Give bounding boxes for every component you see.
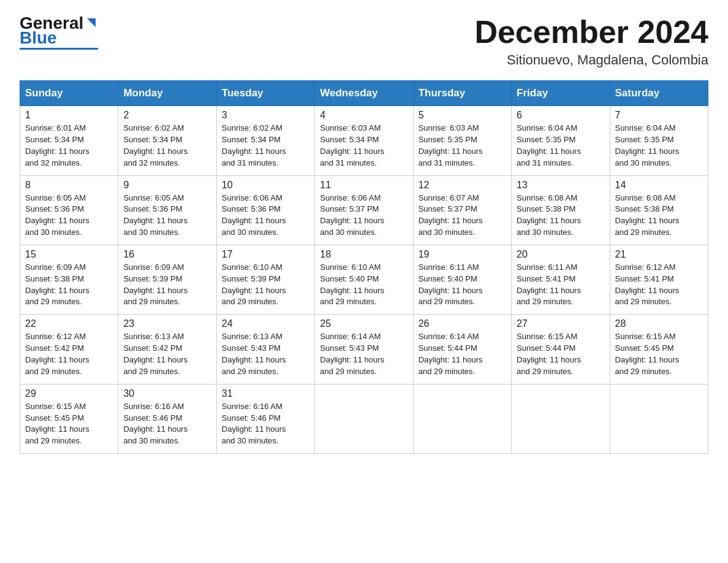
day-info: Sunrise: 6:13 AMSunset: 5:43 PMDaylight:… (222, 332, 286, 376)
day-info: Sunrise: 6:01 AMSunset: 5:34 PMDaylight:… (25, 123, 89, 167)
day-number: 30 (123, 388, 211, 399)
day-number: 8 (25, 180, 113, 191)
calendar-cell: 18 Sunrise: 6:10 AMSunset: 5:40 PMDaylig… (315, 245, 413, 314)
calendar-cell: 11 Sunrise: 6:06 AMSunset: 5:37 PMDaylig… (315, 175, 413, 245)
day-number: 3 (222, 110, 309, 121)
day-number: 31 (222, 388, 309, 399)
calendar-cell: 8 Sunrise: 6:05 AMSunset: 5:36 PMDayligh… (20, 175, 118, 245)
calendar-cell: 6 Sunrise: 6:04 AMSunset: 5:35 PMDayligh… (512, 106, 610, 175)
day-number: 10 (222, 180, 309, 191)
header-day-saturday: Saturday (610, 81, 708, 106)
logo-triangle-icon (85, 16, 98, 29)
header-day-tuesday: Tuesday (216, 81, 314, 106)
calendar-cell (315, 384, 413, 453)
day-number: 6 (517, 110, 604, 121)
header-day-monday: Monday (118, 81, 216, 106)
calendar-cell: 31 Sunrise: 6:16 AMSunset: 5:46 PMDaylig… (216, 384, 314, 453)
week-row-5: 29 Sunrise: 6:15 AMSunset: 5:45 PMDaylig… (20, 384, 708, 453)
header-day-sunday: Sunday (20, 81, 118, 106)
day-number: 18 (320, 249, 408, 260)
calendar-cell: 12 Sunrise: 6:07 AMSunset: 5:37 PMDaylig… (413, 175, 511, 245)
day-number: 22 (25, 318, 113, 329)
day-info: Sunrise: 6:04 AMSunset: 5:35 PMDaylight:… (615, 123, 680, 167)
day-number: 11 (320, 180, 408, 191)
header-day-wednesday: Wednesday (315, 81, 413, 106)
week-row-4: 22 Sunrise: 6:12 AMSunset: 5:42 PMDaylig… (20, 315, 708, 384)
week-row-3: 15 Sunrise: 6:09 AMSunset: 5:38 PMDaylig… (20, 245, 708, 314)
title-section: December 2024 Sitionuevo, Magdalena, Col… (474, 15, 708, 68)
day-info: Sunrise: 6:02 AMSunset: 5:34 PMDaylight:… (123, 123, 188, 167)
day-info: Sunrise: 6:05 AMSunset: 5:36 PMDaylight:… (25, 193, 89, 237)
day-number: 17 (222, 249, 309, 260)
calendar-cell: 4 Sunrise: 6:03 AMSunset: 5:34 PMDayligh… (315, 106, 413, 175)
day-info: Sunrise: 6:15 AMSunset: 5:45 PMDaylight:… (615, 332, 680, 376)
day-number: 16 (123, 249, 211, 260)
week-row-1: 1 Sunrise: 6:01 AMSunset: 5:34 PMDayligh… (20, 106, 708, 175)
day-number: 13 (517, 180, 604, 191)
day-info: Sunrise: 6:15 AMSunset: 5:45 PMDaylight:… (25, 402, 89, 446)
calendar-cell: 21 Sunrise: 6:12 AMSunset: 5:41 PMDaylig… (610, 245, 708, 314)
day-number: 7 (615, 110, 703, 121)
day-info: Sunrise: 6:06 AMSunset: 5:37 PMDaylight:… (320, 193, 384, 237)
logo-underline (20, 48, 98, 50)
day-number: 14 (615, 180, 703, 191)
day-number: 27 (517, 318, 604, 329)
header-row: SundayMondayTuesdayWednesdayThursdayFrid… (20, 81, 708, 106)
logo-blue-text: Blue (20, 29, 57, 47)
day-info: Sunrise: 6:03 AMSunset: 5:34 PMDaylight:… (320, 123, 384, 167)
calendar-cell: 1 Sunrise: 6:01 AMSunset: 5:34 PMDayligh… (20, 106, 118, 175)
calendar-cell (413, 384, 511, 453)
day-info: Sunrise: 6:12 AMSunset: 5:41 PMDaylight:… (615, 262, 680, 307)
day-info: Sunrise: 6:13 AMSunset: 5:42 PMDaylight:… (123, 332, 188, 376)
day-info: Sunrise: 6:03 AMSunset: 5:35 PMDaylight:… (419, 123, 483, 167)
day-number: 20 (517, 249, 604, 260)
day-info: Sunrise: 6:10 AMSunset: 5:39 PMDaylight:… (222, 262, 286, 307)
day-number: 28 (615, 318, 703, 329)
month-title: December 2024 (474, 15, 708, 50)
calendar-cell: 5 Sunrise: 6:03 AMSunset: 5:35 PMDayligh… (413, 106, 511, 175)
calendar-cell: 16 Sunrise: 6:09 AMSunset: 5:39 PMDaylig… (118, 245, 216, 314)
day-number: 15 (25, 249, 113, 260)
calendar-cell: 14 Sunrise: 6:08 AMSunset: 5:38 PMDaylig… (610, 175, 708, 245)
calendar-cell: 2 Sunrise: 6:02 AMSunset: 5:34 PMDayligh… (118, 106, 216, 175)
day-info: Sunrise: 6:16 AMSunset: 5:46 PMDaylight:… (222, 402, 286, 446)
day-info: Sunrise: 6:02 AMSunset: 5:34 PMDaylight:… (222, 123, 286, 167)
calendar-cell: 27 Sunrise: 6:15 AMSunset: 5:44 PMDaylig… (512, 315, 610, 384)
day-number: 12 (419, 180, 506, 191)
day-number: 9 (123, 180, 211, 191)
day-info: Sunrise: 6:08 AMSunset: 5:38 PMDaylight:… (615, 193, 680, 237)
calendar-cell: 3 Sunrise: 6:02 AMSunset: 5:34 PMDayligh… (216, 106, 314, 175)
day-info: Sunrise: 6:11 AMSunset: 5:41 PMDaylight:… (517, 262, 581, 307)
day-number: 5 (419, 110, 506, 121)
day-info: Sunrise: 6:14 AMSunset: 5:44 PMDaylight:… (419, 332, 483, 376)
day-number: 25 (320, 318, 408, 329)
calendar-cell: 26 Sunrise: 6:14 AMSunset: 5:44 PMDaylig… (413, 315, 511, 384)
day-info: Sunrise: 6:07 AMSunset: 5:37 PMDaylight:… (419, 193, 483, 237)
calendar-cell: 25 Sunrise: 6:14 AMSunset: 5:43 PMDaylig… (315, 315, 413, 384)
day-info: Sunrise: 6:08 AMSunset: 5:38 PMDaylight:… (517, 193, 581, 237)
calendar-table: SundayMondayTuesdayWednesdayThursdayFrid… (20, 80, 708, 454)
day-number: 29 (25, 388, 113, 399)
calendar-cell: 24 Sunrise: 6:13 AMSunset: 5:43 PMDaylig… (216, 315, 314, 384)
day-info: Sunrise: 6:11 AMSunset: 5:40 PMDaylight:… (419, 262, 483, 307)
calendar-cell: 9 Sunrise: 6:05 AMSunset: 5:36 PMDayligh… (118, 175, 216, 245)
location-subtitle: Sitionuevo, Magdalena, Colombia (474, 52, 708, 68)
calendar-cell (610, 384, 708, 453)
header-day-friday: Friday (512, 81, 610, 106)
calendar-cell: 28 Sunrise: 6:15 AMSunset: 5:45 PMDaylig… (610, 315, 708, 384)
page-header: General Blue December 2024 Sitionuevo, M… (20, 15, 708, 68)
day-info: Sunrise: 6:12 AMSunset: 5:42 PMDaylight:… (25, 332, 89, 376)
calendar-cell: 20 Sunrise: 6:11 AMSunset: 5:41 PMDaylig… (512, 245, 610, 314)
header-day-thursday: Thursday (413, 81, 511, 106)
calendar-cell: 19 Sunrise: 6:11 AMSunset: 5:40 PMDaylig… (413, 245, 511, 314)
day-number: 2 (123, 110, 211, 121)
day-number: 26 (419, 318, 506, 329)
day-info: Sunrise: 6:06 AMSunset: 5:36 PMDaylight:… (222, 193, 286, 237)
day-number: 4 (320, 110, 408, 121)
day-number: 21 (615, 249, 703, 260)
day-number: 19 (419, 249, 506, 260)
calendar-cell: 22 Sunrise: 6:12 AMSunset: 5:42 PMDaylig… (20, 315, 118, 384)
calendar-cell: 15 Sunrise: 6:09 AMSunset: 5:38 PMDaylig… (20, 245, 118, 314)
calendar-cell: 7 Sunrise: 6:04 AMSunset: 5:35 PMDayligh… (610, 106, 708, 175)
day-info: Sunrise: 6:10 AMSunset: 5:40 PMDaylight:… (320, 262, 384, 307)
